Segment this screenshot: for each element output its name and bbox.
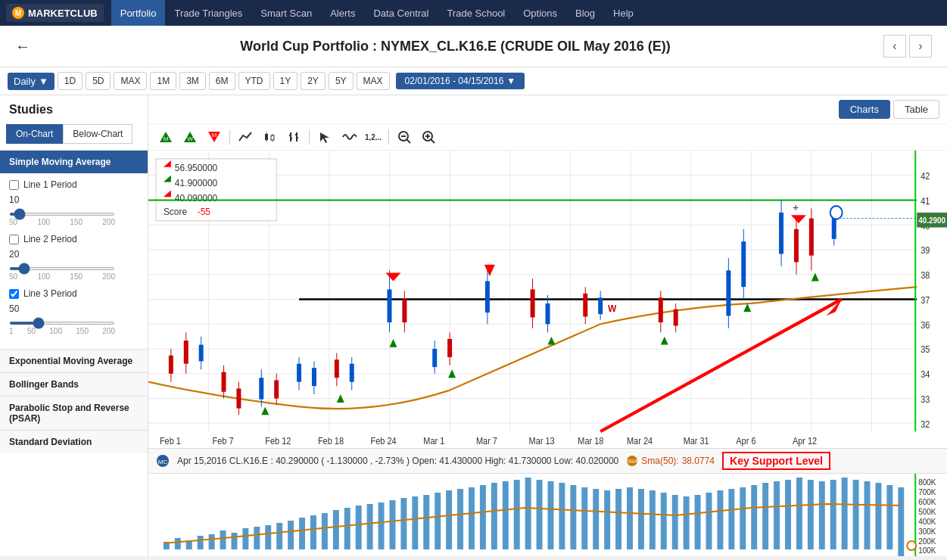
svg-text:Feb 12: Feb 12	[265, 436, 291, 446]
nav-trade-school[interactable]: Trade School	[438, 0, 514, 26]
study-psar-title[interactable]: Parabolic Stop and Reverse (PSAR)	[0, 397, 148, 430]
marketclub-logo-small: MC	[156, 454, 170, 468]
period-max-short[interactable]: MAX	[114, 72, 147, 90]
sma-line3-slider[interactable]	[9, 322, 115, 325]
svg-rect-224	[830, 480, 836, 549]
period-3m[interactable]: 3M	[179, 72, 206, 90]
tool-numbers[interactable]: 1,2...	[362, 127, 385, 147]
main-chart-container: 56.950000 41.900000 40.090000 Score -55	[148, 151, 947, 448]
red-triangle-down-icon: M	[207, 129, 222, 145]
svg-text:Feb 1: Feb 1	[160, 436, 181, 446]
main-chart-svg: 56.950000 41.900000 40.090000 Score -55	[148, 151, 947, 448]
prev-arrow[interactable]: ‹	[883, 35, 906, 58]
nav-help[interactable]: Help	[604, 0, 643, 26]
zoom-in-icon	[421, 129, 436, 145]
sma-line1-slider[interactable]	[9, 213, 115, 216]
svg-rect-215	[728, 489, 734, 549]
svg-text:W: W	[187, 135, 193, 142]
tool-separator-2	[309, 129, 310, 145]
period-ytd[interactable]: YTD	[238, 72, 270, 90]
svg-rect-217	[751, 485, 757, 549]
svg-rect-101	[546, 303, 550, 324]
svg-rect-65	[199, 345, 204, 362]
tool-bar-chart[interactable]	[282, 127, 305, 147]
study-ema: Exponential Moving Average	[0, 349, 148, 372]
svg-text:Mar 7: Mar 7	[476, 436, 497, 446]
svg-rect-223	[819, 481, 825, 549]
tool-candlestick[interactable]	[258, 127, 281, 147]
svg-text:-55: -55	[198, 207, 210, 218]
svg-text:Feb 7: Feb 7	[213, 436, 234, 446]
period-6m[interactable]: 6M	[209, 72, 235, 90]
period-max[interactable]: MAX	[357, 72, 390, 90]
svg-rect-179	[322, 513, 328, 549]
nav-alerts[interactable]: Alerts	[321, 0, 364, 26]
svg-rect-121	[794, 229, 799, 263]
svg-rect-213	[706, 493, 712, 549]
sma-line2-slider[interactable]	[9, 267, 115, 270]
study-bollinger-title[interactable]: Bollinger Bands	[0, 373, 148, 396]
nav-portfolio[interactable]: Portfolio	[111, 0, 166, 26]
tool-zoom-out[interactable]	[393, 127, 416, 147]
study-ema-title[interactable]: Exponential Moving Average	[0, 350, 148, 372]
tab-charts[interactable]: Charts	[839, 100, 890, 119]
svg-text:W: W	[608, 303, 616, 314]
next-arrow[interactable]: ›	[909, 35, 932, 58]
svg-text:600K: 600K	[918, 498, 936, 506]
key-support-label: Key Support Level	[722, 452, 830, 470]
sma-line3-value: 50	[9, 303, 139, 314]
tool-triangle-green-up[interactable]: M	[154, 127, 177, 147]
svg-rect-229	[886, 485, 892, 549]
period-5d[interactable]: 5D	[86, 72, 111, 90]
svg-rect-183	[367, 504, 373, 549]
nav-trade-triangles[interactable]: Trade Triangles	[165, 0, 251, 26]
svg-rect-209	[661, 493, 667, 549]
sma-line1-checkbox[interactable]	[9, 180, 19, 190]
tool-cursor[interactable]	[313, 127, 336, 147]
svg-rect-226	[853, 480, 859, 549]
study-stddev-title[interactable]: Standard Deviation	[0, 431, 148, 453]
svg-rect-95	[485, 281, 490, 312]
back-button[interactable]: ←	[15, 38, 30, 55]
period-2y[interactable]: 2Y	[301, 72, 326, 90]
logo[interactable]: M MARKETCLUB	[6, 4, 104, 22]
svg-text:100K: 100K	[918, 546, 936, 555]
tool-triangle-w[interactable]: W	[179, 127, 201, 147]
svg-rect-198	[537, 480, 543, 549]
nav-data-central[interactable]: Data Central	[364, 0, 438, 26]
nav-smart-scan[interactable]: Smart Scan	[251, 0, 321, 26]
period-1d[interactable]: 1D	[58, 72, 83, 90]
svg-rect-106	[598, 297, 603, 314]
tab-table[interactable]: Table	[893, 100, 939, 119]
nav-blog[interactable]: Blog	[566, 0, 604, 26]
tool-wave[interactable]	[338, 127, 360, 147]
tool-zoom-in[interactable]	[417, 127, 440, 147]
date-range-picker[interactable]: 02/01/2016 - 04/15/2016 ▼	[396, 73, 525, 89]
study-sma-title[interactable]: Simple Moving Average	[0, 151, 148, 173]
svg-rect-171	[231, 533, 237, 549]
period-select[interactable]: Daily ▼	[8, 73, 55, 90]
svg-text:39: 39	[921, 246, 930, 256]
tab-on-chart[interactable]: On-Chart	[6, 124, 63, 144]
zoom-out-icon	[397, 129, 412, 145]
period-1y[interactable]: 1Y	[273, 72, 298, 90]
tool-line-chart[interactable]	[234, 127, 257, 147]
period-5y[interactable]: 5Y	[329, 72, 354, 90]
candlestick-icon	[262, 129, 277, 145]
sma-line2-checkbox[interactable]	[9, 235, 19, 244]
svg-rect-197	[525, 478, 531, 549]
svg-line-20	[407, 139, 410, 143]
volume-chart-container: 800K 700K 600K 500K 400K 300K 200K 100K	[148, 473, 947, 556]
svg-rect-123	[809, 219, 814, 256]
svg-rect-190	[446, 490, 452, 549]
tool-triangle-red-down[interactable]: M	[203, 127, 226, 147]
sma-line3-checkbox[interactable]	[9, 289, 19, 299]
nav-options[interactable]: Options	[514, 0, 566, 26]
svg-rect-90	[432, 349, 437, 367]
tab-below-chart[interactable]: Below-Chart	[63, 124, 132, 144]
period-1m[interactable]: 1M	[150, 72, 176, 90]
period-dropdown-icon: ▼	[39, 76, 48, 87]
main-content: Studies On-Chart Below-Chart Simple Movi…	[0, 95, 947, 556]
svg-text:200K: 200K	[918, 537, 936, 546]
svg-rect-63	[184, 341, 188, 364]
